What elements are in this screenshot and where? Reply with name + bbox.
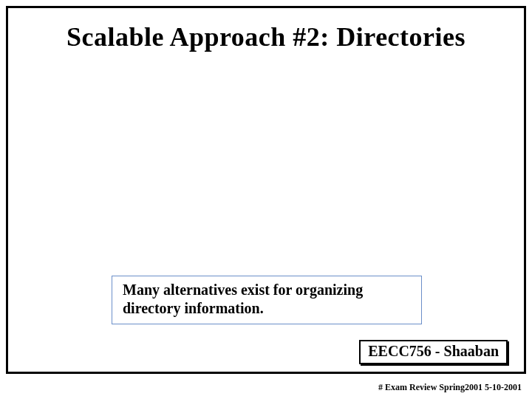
course-label-box: EECC756 - Shaaban [359, 340, 508, 364]
slide-frame: Scalable Approach #2: Directories Many a… [6, 6, 526, 374]
footer-line: # Exam Review Spring2001 5-10-2001 [378, 382, 522, 393]
slide-title: Scalable Approach #2: Directories [8, 21, 524, 52]
note-box: Many alternatives exist for organizing d… [112, 276, 422, 324]
